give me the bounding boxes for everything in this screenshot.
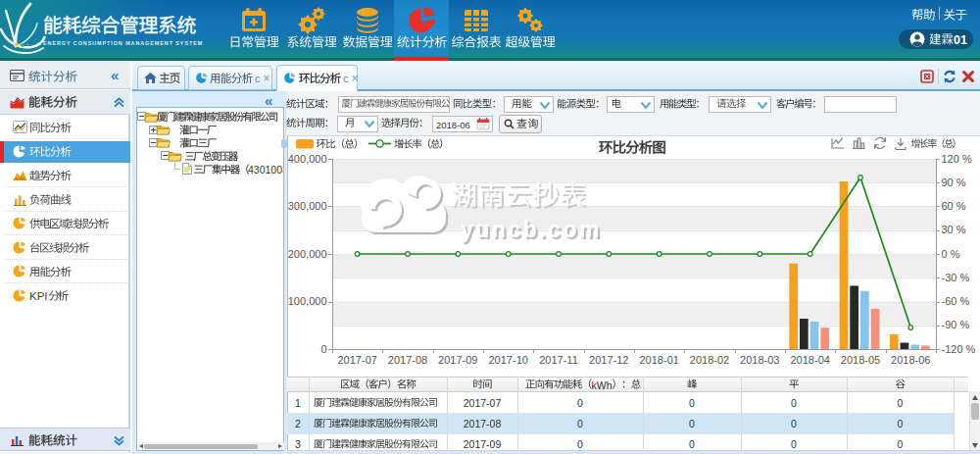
svg-text:-30 %: -30 % (942, 272, 970, 283)
svg-text:90 %: 90 % (942, 177, 966, 188)
svg-text:300,000: 300,000 (288, 200, 327, 212)
svg-text:100,000: 100,000 (288, 295, 327, 307)
svg-text:2017-10: 2017-10 (489, 354, 528, 366)
svg-text:-120 %: -120 % (942, 343, 976, 355)
svg-text:60 %: 60 % (942, 200, 966, 212)
svg-text:30 %: 30 % (942, 224, 966, 235)
svg-text:400,000: 400,000 (288, 153, 327, 165)
svg-text:2018-04: 2018-04 (791, 354, 830, 366)
svg-text:2018-02: 2018-02 (690, 354, 729, 366)
svg-text:2017-08: 2017-08 (388, 354, 427, 366)
svg-text:2018-06: 2018-06 (891, 354, 930, 366)
svg-text:2017-12: 2017-12 (589, 354, 628, 366)
svg-text:-90 %: -90 % (942, 319, 970, 330)
svg-text:yuncb.com: yuncb.com (461, 217, 602, 242)
svg-text:2018-03: 2018-03 (740, 354, 779, 366)
svg-text:0 %: 0 % (942, 248, 960, 260)
svg-text:-60 %: -60 % (942, 295, 970, 307)
svg-text:2018-01: 2018-01 (640, 354, 679, 366)
svg-text:0: 0 (320, 343, 326, 355)
svg-text:2017-09: 2017-09 (438, 354, 477, 366)
svg-text:2017-07: 2017-07 (338, 354, 377, 366)
svg-text:2017-11: 2017-11 (539, 354, 578, 366)
svg-text:200,000: 200,000 (288, 248, 327, 260)
svg-text:2018-05: 2018-05 (841, 354, 880, 366)
svg-text:120 %: 120 % (942, 153, 972, 165)
